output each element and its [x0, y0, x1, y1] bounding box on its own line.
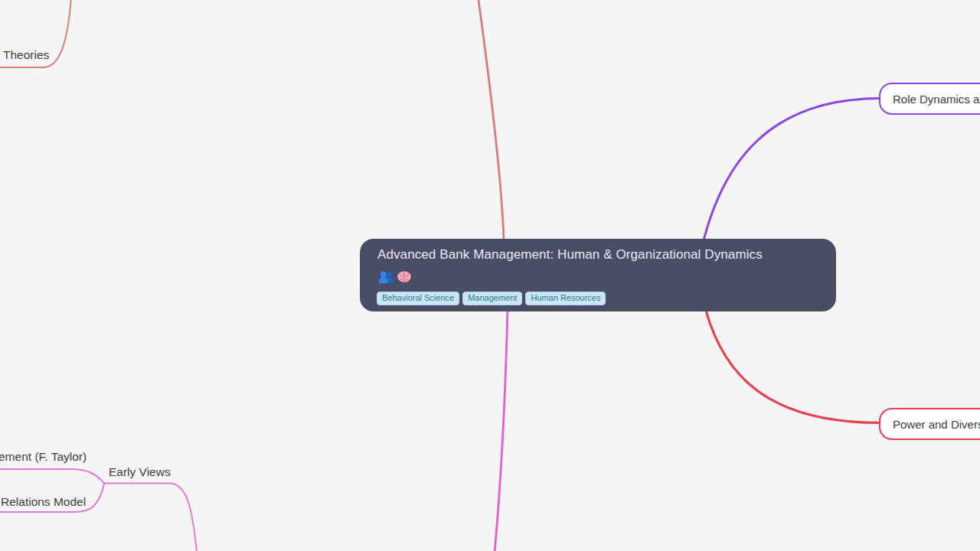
topic-role-dynamics-label: Role Dynamics and	[893, 93, 980, 106]
link-root-to-top	[479, 0, 504, 240]
topic-relations-model[interactable]: Relations Model	[1, 495, 86, 509]
root-topic-node[interactable]: Advanced Bank Management: Human & Organi…	[360, 239, 836, 311]
mindmap-canvas: Advanced Bank Management: Human & Organi…	[0, 0, 980, 551]
tag-behavioral-science: Behavioral Science	[377, 292, 459, 305]
root-topic-icons	[378, 270, 412, 284]
link-root-to-bottom	[495, 309, 508, 551]
topic-early-views[interactable]: Early Views	[109, 465, 171, 479]
link-root-to-role-dynamics	[704, 99, 880, 241]
root-topic-tags: Behavioral Science Management Human Reso…	[377, 292, 606, 305]
topic-role-dynamics[interactable]: Role Dynamics and	[879, 83, 980, 115]
brain-icon	[397, 270, 412, 284]
topic-power-diversity-label: Power and Diversity	[893, 418, 980, 431]
topic-scientific-management-fragment[interactable]: ement (F. Taylor)	[0, 450, 87, 464]
topic-theories[interactable]: Theories	[3, 48, 49, 62]
tag-human-resources: Human Resources	[525, 292, 606, 305]
root-topic-title: Advanced Bank Management: Human & Organi…	[377, 247, 763, 262]
people-icon	[378, 270, 396, 284]
tag-management: Management	[462, 292, 522, 305]
link-early-views-underline	[104, 484, 197, 551]
link-root-to-power-diversity	[706, 311, 880, 423]
link-scientific-management-underline	[0, 469, 104, 484]
topic-power-diversity[interactable]: Power and Diversity	[879, 408, 980, 440]
